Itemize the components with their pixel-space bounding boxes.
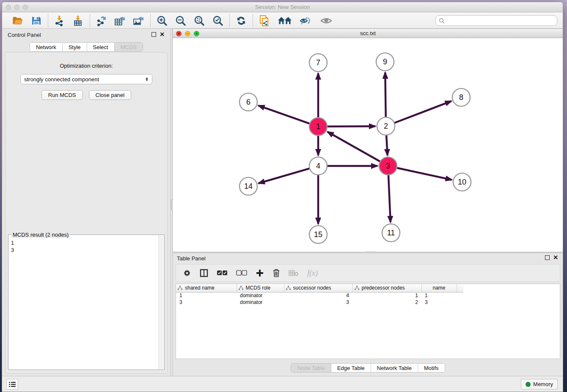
edge-4-14[interactable] bbox=[259, 168, 310, 183]
optimization-criterion-select[interactable]: strongly connected component ▲▼ bbox=[20, 74, 152, 84]
open-file-icon[interactable] bbox=[12, 15, 24, 27]
first-neighbors-icon[interactable] bbox=[235, 15, 247, 27]
hide-panel-icon[interactable] bbox=[299, 15, 313, 27]
cell-shared_name[interactable]: 3 bbox=[176, 299, 237, 306]
tab-motifs[interactable]: Motifs bbox=[418, 364, 445, 372]
edge-2-9[interactable] bbox=[385, 72, 385, 117]
table-row[interactable]: 3dominator323 bbox=[176, 299, 463, 306]
close-table-panel-icon[interactable]: ✕ bbox=[553, 255, 558, 260]
node-label-7: 7 bbox=[316, 58, 320, 67]
zoom-fit-icon[interactable] bbox=[193, 15, 205, 27]
node-label-4: 4 bbox=[316, 162, 320, 170]
column-header-shared-name[interactable]: shared name bbox=[176, 284, 237, 292]
cell-filler bbox=[457, 299, 463, 306]
result-scrollbar[interactable] bbox=[158, 235, 164, 369]
tab-edge-table[interactable]: Edge Table bbox=[331, 364, 371, 372]
edge-3-1[interactable] bbox=[328, 132, 380, 161]
cell-shared_name[interactable]: 1 bbox=[176, 292, 237, 299]
optimization-criterion-label: Optimization criterion: bbox=[6, 63, 167, 69]
show-panel-icon[interactable] bbox=[319, 15, 333, 27]
vertical-splitter-handle[interactable] bbox=[171, 199, 173, 210]
tab-network-table[interactable]: Network Table bbox=[371, 364, 418, 372]
node-label-14: 14 bbox=[244, 182, 253, 190]
float-table-panel-icon[interactable] bbox=[545, 255, 550, 260]
delete-column-icon[interactable] bbox=[272, 269, 280, 277]
tab-node-table[interactable]: Node Table bbox=[291, 364, 331, 372]
column-layout-icon[interactable] bbox=[200, 269, 208, 277]
run-mcds-button[interactable]: Run MCDS bbox=[41, 90, 83, 100]
network-canvas[interactable]: 7968124314101511 bbox=[173, 38, 563, 252]
close-panel-icon[interactable]: ✕ bbox=[160, 32, 165, 37]
cell-predecessor_nodes[interactable]: 2 bbox=[352, 299, 421, 306]
control-panel: Control Panel ✕ NetworkStyleSelectMCDS O… bbox=[2, 29, 171, 376]
edge-3-11[interactable] bbox=[388, 175, 391, 222]
zoom-in-icon[interactable] bbox=[156, 15, 168, 27]
cell-predecessor_nodes[interactable]: 1 bbox=[352, 292, 421, 299]
column-header-filler bbox=[457, 284, 463, 292]
export-table-icon[interactable] bbox=[114, 15, 126, 27]
select-all-icon[interactable] bbox=[217, 270, 228, 276]
search-input[interactable] bbox=[445, 17, 557, 24]
network-window-titlebar[interactable]: ✕ − + scc.txt bbox=[173, 29, 563, 38]
attribute-tree-icon bbox=[178, 286, 182, 290]
memory-button[interactable]: Memory bbox=[521, 379, 558, 389]
import-network-icon[interactable] bbox=[54, 15, 66, 27]
edge-1-2[interactable] bbox=[327, 126, 375, 127]
table-toolbar: f(x) bbox=[176, 264, 560, 282]
zoom-out-icon[interactable] bbox=[175, 15, 187, 27]
add-column-icon[interactable] bbox=[256, 269, 264, 277]
edge-2-8[interactable] bbox=[394, 101, 451, 123]
attribute-tree-icon bbox=[286, 286, 291, 290]
attribute-tree-icon bbox=[355, 286, 359, 290]
node-label-2: 2 bbox=[384, 122, 388, 130]
mcds-tab-content: Optimization criterion: strongly connect… bbox=[5, 52, 168, 374]
edge-2-3[interactable] bbox=[386, 135, 388, 155]
column-header-MCDS-role[interactable]: MCDS role bbox=[237, 284, 284, 292]
tab-network[interactable]: Network bbox=[30, 43, 63, 51]
export-network-icon[interactable] bbox=[96, 15, 107, 27]
table-settings-icon[interactable] bbox=[183, 269, 191, 277]
clone-network-icon[interactable] bbox=[259, 15, 270, 27]
column-header-predecessor-nodes[interactable]: predecessor nodes bbox=[352, 284, 421, 292]
close-panel-button[interactable]: Close panel bbox=[89, 90, 132, 100]
cell-name[interactable]: 1 bbox=[421, 292, 457, 299]
table-panel: Table Panel ✕ bbox=[172, 253, 563, 376]
column-header-successor-nodes[interactable]: successor nodes bbox=[284, 284, 352, 292]
search-box[interactable] bbox=[435, 15, 557, 26]
control-panel-tabs: NetworkStyleSelectMCDS bbox=[30, 42, 143, 52]
cell-filler bbox=[457, 292, 463, 299]
task-history-button[interactable] bbox=[6, 379, 18, 389]
tab-style[interactable]: Style bbox=[63, 43, 87, 51]
function-builder-icon[interactable]: f(x) bbox=[307, 269, 318, 278]
cell-mcds_role[interactable]: dominator bbox=[237, 292, 284, 299]
titlebar: Session: New Session bbox=[2, 2, 563, 12]
cell-successor_nodes[interactable]: 3 bbox=[284, 299, 352, 306]
cell-name[interactable]: 3 bbox=[421, 299, 457, 306]
node-label-11: 11 bbox=[387, 229, 395, 237]
column-header-name[interactable]: name bbox=[421, 284, 457, 292]
status-bar: Memory bbox=[2, 376, 563, 392]
node-table[interactable]: shared nameMCDS rolesuccessor nodesprede… bbox=[176, 284, 560, 359]
table-row[interactable]: 1dominator411 bbox=[176, 292, 463, 299]
attribute-tree-icon bbox=[239, 286, 243, 290]
edge-1-6[interactable] bbox=[259, 105, 310, 124]
tab-select[interactable]: Select bbox=[87, 43, 115, 51]
home-icon[interactable] bbox=[277, 15, 292, 27]
float-panel-icon[interactable] bbox=[151, 32, 156, 37]
cell-successor_nodes[interactable]: 4 bbox=[284, 292, 352, 299]
node-label-6: 6 bbox=[246, 98, 250, 106]
node-label-1: 1 bbox=[316, 122, 320, 131]
control-panel-title: Control Panel bbox=[8, 32, 41, 38]
zoom-selected-icon[interactable] bbox=[212, 15, 224, 27]
deselect-all-icon[interactable] bbox=[236, 270, 247, 276]
table-panel-tabs: Node TableEdge TableNetwork TableMotifs bbox=[291, 363, 445, 373]
export-image-icon[interactable] bbox=[133, 15, 145, 27]
save-session-icon[interactable] bbox=[30, 15, 42, 27]
main-toolbar bbox=[2, 13, 563, 29]
cell-mcds_role[interactable]: dominator bbox=[237, 299, 284, 306]
import-table-icon[interactable] bbox=[72, 15, 84, 27]
tab-mcds[interactable]: MCDS bbox=[115, 43, 143, 51]
edge-3-10[interactable] bbox=[397, 168, 452, 179]
delete-table-icon[interactable] bbox=[289, 270, 299, 276]
mcds-result-text[interactable]: 1 3 bbox=[11, 239, 158, 369]
